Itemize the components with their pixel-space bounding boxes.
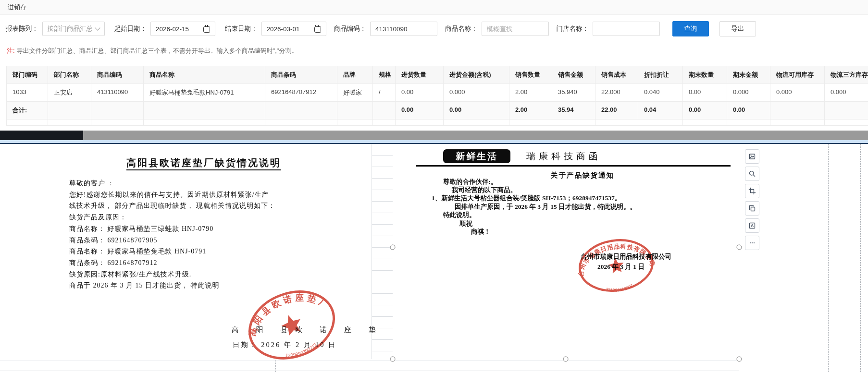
total-cell bbox=[373, 102, 396, 120]
total-cell bbox=[770, 102, 825, 120]
sheet-canvas: 高阳县欧诺座垫厂缺货情况说明 尊敬的客户 ： 您好!感谢您长期以来的信任与支持。… bbox=[0, 144, 868, 372]
table-row[interactable]: 1033 正安店 413110090 好暖家马桶垫兔毛款HNJ-0791 692… bbox=[7, 84, 868, 102]
store-name-label: 门店名称： bbox=[557, 24, 589, 33]
total-cell bbox=[825, 102, 868, 120]
product-name-input[interactable] bbox=[482, 22, 549, 36]
total-ending-amount: 0.00 bbox=[727, 102, 770, 120]
zoom-button[interactable] bbox=[745, 167, 759, 181]
right-letter-subject: 关于产品缺货通知 bbox=[551, 171, 614, 180]
svg-text:台州市瑞康日用品科技有限公司: 台州市瑞康日用品科技有限公司 bbox=[574, 238, 657, 277]
header-cell: 销售成本 bbox=[595, 66, 638, 84]
letter-line: 您好!感谢您长期以来的信任与支持。因近期供原材料紧张/生产 bbox=[69, 189, 348, 201]
letter-line: 商品条码： 6921648707912 bbox=[69, 257, 348, 269]
export-button[interactable]: 导出 bbox=[719, 21, 756, 36]
header-cell: 销售金额 bbox=[552, 66, 595, 84]
copy-icon bbox=[748, 204, 756, 212]
note-text: 导出文件分部门汇总、商品汇总、部门商品汇总三个表，不需分开导出。输入多个商品编码… bbox=[17, 47, 298, 54]
page-title: 进销存 bbox=[0, 0, 868, 15]
crop-button[interactable] bbox=[745, 184, 759, 198]
header-cell: 规格 bbox=[373, 66, 396, 84]
total-sales-amount: 35.94 bbox=[552, 102, 595, 120]
header-cell: 进货数量 bbox=[396, 66, 444, 84]
crop-icon bbox=[748, 187, 756, 195]
header-cell: 期末数量 bbox=[683, 66, 727, 84]
cell-sales-amount: 35.940 bbox=[552, 84, 595, 102]
extract-text-button[interactable]: A bbox=[745, 218, 759, 233]
cell-dept-code: 1033 bbox=[7, 84, 48, 102]
start-date-input[interactable]: 2026-02-15 bbox=[150, 22, 215, 36]
zoom-icon bbox=[748, 170, 756, 178]
end-date-label: 结束日期： bbox=[225, 24, 258, 33]
image-detail-button[interactable] bbox=[745, 149, 759, 164]
total-sales-cost: 22.00 bbox=[595, 102, 638, 120]
letter-line: 尊敬的合作伙伴:。 bbox=[443, 178, 497, 186]
selection-handle[interactable] bbox=[563, 357, 569, 362]
letter-line: 尊敬的客户 ： bbox=[69, 178, 348, 189]
header-cell: 部门编码 bbox=[7, 66, 48, 84]
letter-line: 1、新鲜生活大号粘尘器组合装/笑脸版 SH-7153；6928947471537… bbox=[432, 194, 621, 203]
scrollbar-thumb[interactable] bbox=[0, 131, 83, 140]
search-button[interactable]: 查询 bbox=[672, 21, 709, 36]
total-purchase-amount: 0.00 bbox=[444, 102, 509, 120]
page-break-line bbox=[828, 144, 829, 372]
product-code-label: 商品编码： bbox=[334, 24, 367, 33]
cell-dept-name: 正安店 bbox=[48, 84, 91, 102]
table-empty-row bbox=[7, 120, 868, 126]
table-total-row: 合计: 0.00 0.00 2.00 35.94 22.00 0.04 0.00… bbox=[7, 102, 868, 120]
calendar-icon bbox=[314, 26, 321, 33]
product-name-label: 商品名称： bbox=[445, 24, 478, 33]
letter-line: 顺祝 bbox=[459, 219, 472, 228]
cell-logistics-thirdparty: 0.000 bbox=[825, 84, 868, 102]
document-preview-pane: 高阳县欧诺座垫厂缺货情况说明 尊敬的客户 ： 您好!感谢您长期以来的信任与支持。… bbox=[0, 131, 868, 372]
start-date-label: 起始日期： bbox=[114, 24, 147, 33]
cell-discount: 0.040 bbox=[638, 84, 683, 102]
selection-handle[interactable] bbox=[390, 245, 396, 250]
copy-button[interactable] bbox=[745, 201, 759, 216]
total-discount: 0.04 bbox=[638, 102, 683, 120]
total-ending-qty: 0.00 bbox=[683, 102, 727, 120]
svg-text:A: A bbox=[751, 223, 754, 228]
svg-text:331081013307: 331081013307 bbox=[605, 283, 634, 295]
selection-handle[interactable] bbox=[390, 357, 396, 362]
report-type-label: 报表陈列： bbox=[6, 24, 38, 33]
cell-purchase-qty: 0.00 bbox=[396, 84, 444, 102]
query-form: 报表陈列： 按部门商品汇总 起始日期： 2026-02-15 结束日期： 202… bbox=[0, 15, 868, 43]
total-cell bbox=[337, 102, 373, 120]
letter-line: 商祺！ bbox=[471, 228, 491, 236]
header-cell: 折扣折让 bbox=[638, 66, 683, 84]
letter-line: 我司经营的以下商品。 bbox=[452, 186, 517, 194]
more-button[interactable] bbox=[745, 236, 759, 250]
red-seal-stamp: 台州市瑞康日用品科技有限公司 331081013307 bbox=[571, 229, 661, 302]
product-code-input[interactable] bbox=[370, 22, 437, 36]
table-header-row: 部门编码 部门名称 商品编码 商品名称 商品条码 品牌 规格 进货数量 进货金额… bbox=[7, 66, 868, 84]
left-letter-title: 高阳县欧诺座垫厂缺货情况说明 bbox=[69, 156, 338, 169]
cell-logistics-available: 0.000 bbox=[770, 84, 825, 102]
chevron-down-icon bbox=[95, 25, 100, 30]
cell-spec: / bbox=[373, 84, 396, 102]
header-cell: 进货金额(含税) bbox=[444, 66, 509, 84]
cell-barcode: 6921648707912 bbox=[265, 84, 337, 102]
cell-product-code: 413110090 bbox=[91, 84, 144, 102]
cell-purchase-amount: 0.000 bbox=[444, 84, 509, 102]
header-cell: 物流三方库存 bbox=[825, 66, 868, 84]
cell-ending-qty: 0.00 bbox=[683, 84, 727, 102]
extract-text-icon: A bbox=[748, 222, 756, 229]
header-cell: 品牌 bbox=[337, 66, 373, 84]
note-prefix: 注: bbox=[7, 47, 15, 54]
cell-sales-qty: 2.00 bbox=[509, 84, 552, 102]
selection-handle[interactable] bbox=[737, 245, 742, 250]
letter-line: 商品名称： 好暖家马桶垫兔毛款 HNJ-0791 bbox=[69, 246, 348, 257]
total-cell bbox=[48, 102, 91, 120]
selection-handle[interactable] bbox=[737, 357, 742, 362]
header-cell: 商品编码 bbox=[91, 66, 144, 84]
more-icon bbox=[748, 239, 756, 247]
horizontal-scrollbar[interactable] bbox=[0, 131, 868, 140]
export-note: 注:导出文件分部门汇总、商品汇总、部门商品汇总三个表，不需分开导出。输入多个商品… bbox=[7, 47, 868, 55]
store-name-input[interactable] bbox=[593, 22, 660, 36]
report-type-select[interactable]: 按部门商品汇总 bbox=[42, 22, 105, 36]
header-cell: 销售数量 bbox=[509, 66, 552, 84]
start-date-value: 2026-02-15 bbox=[156, 25, 189, 33]
header-cell: 商品条码 bbox=[265, 66, 337, 84]
end-date-input[interactable]: 2026-03-01 bbox=[261, 22, 326, 36]
letter-line: 线技术升级， 部分产品出现临时缺货， 现就相关情况说明如下： bbox=[69, 200, 348, 212]
